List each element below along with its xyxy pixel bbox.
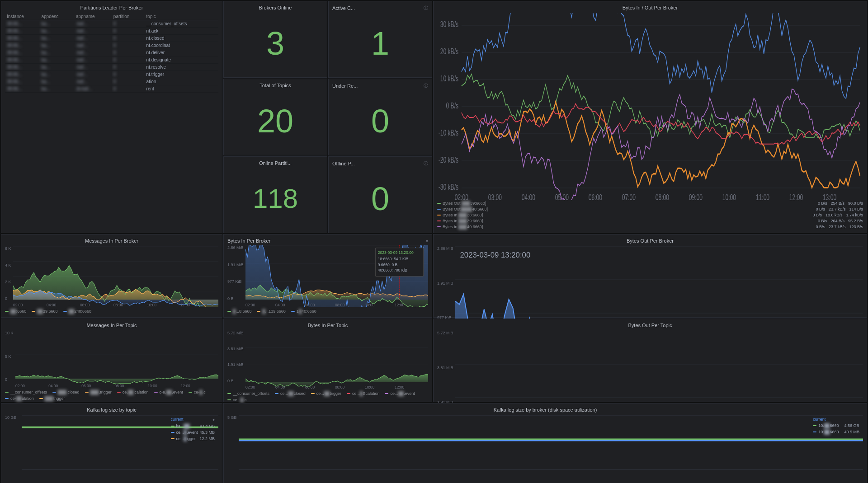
svg-text:40:6660: 700 KiB: 40:6660: 700 KiB bbox=[377, 268, 407, 272]
table-cell: 0 bbox=[112, 42, 145, 49]
table-cell: ka... bbox=[39, 78, 74, 85]
bytes-io-legend-row-5: Bytes In ███40:6660] 0 B/s23.7 kB/s123 B… bbox=[437, 225, 863, 229]
table-cell: 0 bbox=[112, 20, 145, 28]
total-topics-panel: Total of Topics 20 bbox=[223, 79, 327, 155]
active-controllers-title: Active C... bbox=[332, 5, 355, 11]
svg-text:08:00: 08:00 bbox=[114, 384, 124, 388]
table-cell: ka... bbox=[39, 85, 74, 93]
bytes-io-legend-row-1: Bytes Out ███39:6660] 0 B/s254 B/s90.0 B… bbox=[437, 201, 863, 206]
svg-text:07:00: 07:00 bbox=[622, 192, 636, 200]
msg-per-broker-panel: Messages In Per Broker 6 K4 K2 K0 bbox=[1, 234, 222, 318]
svg-text:12:00: 12:00 bbox=[180, 303, 189, 307]
svg-text:13:00: 13:00 bbox=[823, 192, 836, 200]
table-cell: 38:66... bbox=[5, 35, 39, 42]
table-cell: 38:66... bbox=[5, 42, 39, 49]
offline-partitions-panel: Offline P... ⓘ 0 bbox=[328, 156, 432, 233]
table-cell: ka... bbox=[39, 35, 74, 42]
partitions-title: Partitions Leader Per Broker bbox=[5, 5, 218, 10]
table-cell: 0 bbox=[112, 71, 145, 78]
svg-text:-10 kB/s: -10 kB/s bbox=[439, 128, 459, 137]
table-cell: -kaf... bbox=[74, 35, 112, 42]
table-cell: nt.trigger bbox=[145, 71, 218, 78]
table-cell: -kaf... bbox=[74, 28, 112, 35]
bytes-io-title: Bytes In / Out Per Broker bbox=[437, 5, 863, 10]
table-cell: 0 bbox=[112, 85, 145, 93]
table-cell: 0 bbox=[112, 49, 145, 56]
svg-text:18:6660: 54.7 KiB: 18:6660: 54.7 KiB bbox=[377, 257, 408, 261]
partitions-panel: Partitions Leader Per Broker Instance ap… bbox=[1, 1, 222, 233]
svg-text:9:6660: 0 B: 9:6660: 0 B bbox=[377, 262, 397, 267]
total-topics-value: 20 bbox=[227, 91, 323, 151]
mtp-legend: __consumer_offsets ███.closed ███.trigge… bbox=[5, 390, 218, 401]
klb-right-legend: current 10.██66604.56 GB 10.██666040.5 M… bbox=[813, 417, 859, 434]
bytes-io-legend-row-2: Bytes Out████40:6660] 0 B/s23.7 kB/s114 … bbox=[437, 207, 863, 211]
kafka-log-broker-title: Kafka log size by broker (disk space uti… bbox=[227, 407, 863, 413]
svg-text:08:00: 08:00 bbox=[113, 303, 123, 307]
msg-per-topic-title: Messages In Per Topic bbox=[5, 323, 218, 328]
table-cell: nt.deliver bbox=[145, 49, 218, 56]
bytes-out-topic-panel: Bytes Out Per Topic 5.72 MiB3.81 MiB1.91… bbox=[433, 319, 867, 402]
msg-broker-legend: ██:6660 ██39:6660 ██240:6660 bbox=[5, 309, 218, 314]
bytes-io-legend-row-3: Bytes In ███38:6660] 0 B/s18.6 kB/s1.74 … bbox=[437, 213, 863, 217]
klt-dropdown-icon[interactable]: ▾ bbox=[212, 417, 215, 422]
table-cell: 0 bbox=[112, 35, 145, 42]
table-cell: -kaf... bbox=[74, 56, 112, 64]
table-cell: 0 bbox=[112, 64, 145, 71]
table-cell: 38:66... bbox=[5, 64, 39, 71]
table-cell: ation bbox=[145, 78, 218, 85]
offline-partitions-info-icon[interactable]: ⓘ bbox=[424, 160, 428, 167]
msg-per-broker-title: Messages In Per Broker bbox=[5, 238, 218, 244]
svg-text:04:00: 04:00 bbox=[275, 385, 285, 389]
svg-text:12:00: 12:00 bbox=[789, 192, 803, 200]
svg-text:0 B/s: 0 B/s bbox=[446, 101, 459, 110]
col-instance: Instance bbox=[5, 13, 39, 20]
kafka-log-topic-panel: Kafka log size by topic 10 GB7.50 GB5 GB bbox=[1, 403, 222, 483]
svg-text:06:00: 06:00 bbox=[80, 303, 89, 307]
active-controllers-info-icon[interactable]: ⓘ bbox=[424, 5, 428, 11]
brokers-online-value: 3 bbox=[227, 13, 323, 74]
svg-text:10:00: 10:00 bbox=[365, 302, 374, 307]
svg-text:12:00: 12:00 bbox=[180, 384, 190, 388]
msg-per-topic-panel: Messages In Per Topic 10 K5 K0 bbox=[1, 319, 222, 402]
svg-text:08:00: 08:00 bbox=[335, 302, 344, 307]
table-cell: ka... bbox=[39, 28, 74, 35]
table-cell: 38:66... bbox=[5, 56, 39, 64]
bytes-in-broker-dropdown-icon[interactable]: ▾ bbox=[426, 239, 428, 244]
table-cell: ka... bbox=[39, 64, 74, 71]
under-replicated-info-icon[interactable]: ⓘ bbox=[424, 83, 428, 89]
svg-text:06:00: 06:00 bbox=[305, 385, 315, 389]
table-cell: -kaf... bbox=[74, 20, 112, 28]
svg-text:-20 kB/s: -20 kB/s bbox=[439, 155, 459, 164]
svg-text:02:00: 02:00 bbox=[13, 303, 23, 307]
svg-text:02:00: 02:00 bbox=[455, 192, 468, 200]
col-appname: appname bbox=[74, 13, 112, 20]
brokers-online-title: Brokers Online bbox=[227, 5, 323, 10]
table-cell: ka... bbox=[39, 56, 74, 64]
svg-text:02:00: 02:00 bbox=[15, 384, 25, 388]
bytes-out-broker-panel: Bytes Out Per Broker 2.86 MiB1.91 MiB977… bbox=[433, 234, 867, 318]
partitions-table: Instance appdesc appname partition topic… bbox=[5, 13, 218, 93]
svg-text:04:00: 04:00 bbox=[275, 302, 285, 307]
svg-text:10:00: 10:00 bbox=[147, 384, 157, 388]
svg-text:10:00: 10:00 bbox=[365, 385, 375, 389]
online-partitions-title: Online Partiti... bbox=[227, 160, 323, 166]
svg-text:08:00: 08:00 bbox=[335, 385, 345, 389]
active-controllers-panel: Active C... ⓘ 1 bbox=[328, 1, 432, 78]
svg-text:06:00: 06:00 bbox=[589, 192, 602, 200]
svg-text:2023-03-09 13:20:00: 2023-03-09 13:20:00 bbox=[377, 250, 413, 255]
table-cell: 38:66... bbox=[5, 78, 39, 85]
table-cell: 38:66... bbox=[5, 20, 39, 28]
bytes-io-legend-row-4: Bytes In ███39:6660] 0 B/s264 B/s95.2 B/… bbox=[437, 219, 863, 223]
svg-text:02:00: 02:00 bbox=[245, 385, 255, 389]
under-replicated-title: Under Re... bbox=[332, 83, 358, 89]
table-cell: -kaf... bbox=[74, 71, 112, 78]
online-partitions-panel: Online Partiti... 118 bbox=[223, 156, 327, 233]
table-cell: ka... bbox=[39, 71, 74, 78]
bytes-in-broker-title: Bytes In Per Broker bbox=[227, 238, 270, 244]
bib-legend: █...8:6660 █...139:6660 1█40:6660 bbox=[227, 309, 428, 314]
svg-text:06:00: 06:00 bbox=[81, 384, 91, 388]
svg-text:30 kB/s: 30 kB/s bbox=[440, 19, 458, 28]
bytes-in-broker-panel: Bytes In Per Broker ▾ 2.86 MiB1.91 MiB97… bbox=[223, 234, 432, 318]
bitp-legend: __consumer_offsets ce...██closed ce...██… bbox=[227, 391, 428, 402]
under-replicated-panel: Under Re... ⓘ 0 bbox=[328, 79, 432, 155]
